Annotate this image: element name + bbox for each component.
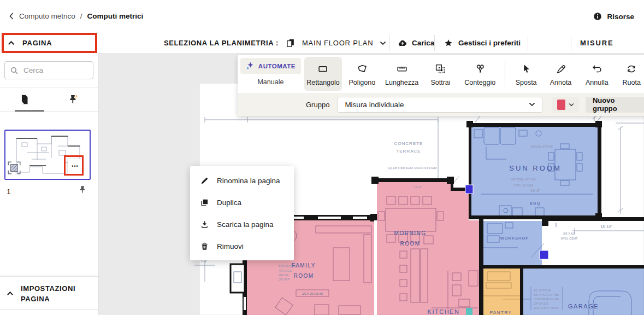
group-color-picker[interactable] (552, 97, 579, 113)
plan-select-label: SELEZIONA LA PLANIMETRIA : (164, 39, 279, 47)
label-kitchen: KITCHEN (428, 308, 460, 315)
label-pantry: PANTRY (490, 310, 512, 315)
tool-label: Sposta (516, 79, 537, 86)
tool-lunghezza[interactable]: Lunghezza (382, 57, 421, 91)
pushpin-icon (77, 184, 88, 195)
canvas-area[interactable]: SUN ROOM MORNING ROOM FAMILY ROOM KITCHE… (98, 53, 644, 315)
menu-item-label: Duplica (217, 199, 241, 207)
chevron-down-icon (569, 103, 574, 107)
sparkle-icon (246, 61, 255, 71)
calibration-icon (7, 160, 22, 178)
new-group-label: Nuovo gruppo (593, 96, 641, 113)
settings-title-line2: PAGINA (21, 294, 75, 304)
tool-annota[interactable]: Annota (543, 57, 578, 91)
breadcrumb-current: Computi metrici (87, 12, 144, 20)
chevron-down-icon[interactable] (380, 41, 386, 45)
selection-handle[interactable] (465, 185, 473, 194)
note-hall-2: W/GL CSMT (561, 237, 578, 240)
tool-rettangolo[interactable]: Rettangolo (304, 57, 342, 91)
note-fam-4: QTY R-F (279, 278, 289, 281)
menu-item-download-page[interactable]: Scarica la pagina (190, 213, 294, 235)
group-select[interactable]: Misura individuale (338, 97, 542, 113)
back-chevron-icon[interactable] (9, 12, 14, 20)
chevron-up-icon (7, 291, 14, 296)
note-door: (2) 2/8 X 6/8 SGST DOOR SYSTEM (388, 166, 437, 170)
pages-section-header[interactable]: PAGINA (8, 39, 52, 47)
note-fam-2: FRPL/GLS (279, 269, 292, 272)
search-input[interactable] (22, 66, 85, 75)
label-bbq: BBQ (530, 201, 541, 206)
manual-label[interactable]: Manuale (257, 78, 283, 86)
group-label: Gruppo (306, 101, 329, 109)
tab-pinned[interactable] (49, 88, 97, 111)
count-pins-icon (474, 63, 486, 75)
divider (0, 111, 98, 112)
new-group-button[interactable]: Nuovo gruppo (586, 97, 644, 113)
chevron-up-icon (8, 40, 15, 45)
divider (0, 309, 98, 310)
label-sun-room: SUN ROOM (509, 164, 562, 172)
upload-button[interactable]: Carica (398, 33, 434, 53)
measurement-region-workshop[interactable] (483, 221, 542, 265)
download-icon (200, 220, 209, 229)
page-context-menu: Rinomina la pagina Duplica Scarica la pa… (190, 166, 294, 260)
measures-panel-header[interactable]: MISURE (580, 33, 613, 53)
plan-selector[interactable]: SELEZIONA LA PLANIMETRIA : MAIN FLOOR PL… (164, 33, 386, 53)
label-wood-stove: WOOD STOVE (530, 145, 553, 148)
divider (389, 35, 390, 51)
divider (571, 35, 571, 51)
pages-icon (285, 38, 296, 48)
measurement-region-morning-room[interactable] (377, 182, 479, 315)
sidebar-tabs (0, 88, 98, 111)
pin-page-button[interactable] (77, 184, 88, 197)
tool-sottrai[interactable]: Sottrai (423, 57, 458, 91)
tool-label: Poligono (348, 79, 375, 86)
label-terrace-2: TERRACE (396, 149, 421, 154)
menu-item-remove[interactable]: Rimuovi (190, 235, 294, 257)
label-terrace-1: CONCRETE (394, 141, 423, 146)
tool-poligono[interactable]: Poligono (343, 57, 381, 91)
label-morning-2: ROOM (400, 241, 420, 247)
rectangle-icon (317, 63, 329, 75)
note-fam-1: ROD SLIDING (279, 265, 297, 268)
tab-pages[interactable] (0, 88, 49, 111)
note-fam-3: MIN 3/A (279, 273, 289, 277)
search-icon (10, 66, 19, 75)
measurement-region-pantry[interactable] (482, 269, 520, 315)
resources-button[interactable]: Risorse (593, 11, 634, 21)
selection-handle[interactable] (540, 250, 548, 259)
breadcrumb[interactable]: Computo metrico / Computi metrici (9, 12, 143, 20)
menu-item-rename-page[interactable]: Rinomina la pagina (190, 170, 294, 191)
tool-conteggio[interactable]: Conteggio (459, 57, 500, 91)
breadcrumb-parent[interactable]: Computo metrico (19, 12, 75, 20)
label-family-2: ROOM (293, 273, 314, 279)
plan-toolbar: SELEZIONA LA PLANIMETRIA : MAIN FLOOR PL… (0, 33, 644, 54)
note-box: 1/2 X 20 OS #2 (302, 292, 323, 295)
info-icon (593, 11, 602, 21)
measurement-toolbar: AUTOMATE Manuale Rettangolo Poligono Lun… (238, 55, 644, 116)
page-options-button[interactable]: ••• (68, 159, 82, 174)
upload-label: Carica (412, 39, 434, 47)
page-settings-section[interactable]: IMPOSTAZIONI PAGINA (0, 276, 98, 310)
note-sun-1: 4/8 TDBL 4/7 HG (511, 178, 536, 181)
label-garage: GARAGE (568, 303, 599, 310)
document-icon (19, 94, 31, 106)
dim-sun: 16'-6" (530, 189, 540, 192)
automate-button[interactable]: AUTOMATE (240, 58, 301, 74)
tool-label: Lunghezza (385, 79, 418, 86)
tool-sposta[interactable]: Sposta (510, 57, 542, 91)
fireplace-bay (231, 264, 245, 293)
menu-item-duplicate[interactable]: Duplica (190, 191, 294, 213)
divider (434, 35, 435, 51)
tool-ruota[interactable]: Ruota (616, 57, 644, 91)
plan-name[interactable]: MAIN FLOOR PLAN (302, 39, 373, 47)
manage-favorites-button[interactable]: Gestisci i preferiti (444, 33, 521, 53)
cloud-upload-icon (398, 38, 407, 48)
pages-section-title: PAGINA (22, 39, 52, 47)
ruler-icon (396, 63, 408, 75)
cursor-icon (520, 63, 532, 75)
note-gar-4: 2X4 STUDS (534, 302, 549, 305)
tool-annulla[interactable]: Annulla (579, 57, 615, 91)
pen-icon (555, 63, 567, 75)
search-box[interactable] (4, 61, 93, 79)
